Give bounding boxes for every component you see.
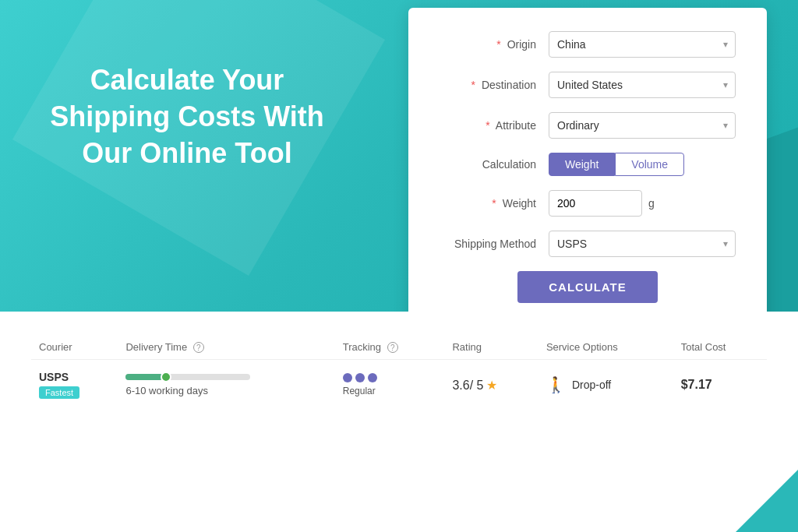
hero-title-line3: Our Online Tool [47, 136, 327, 172]
weight-input[interactable] [549, 190, 642, 217]
weight-input-wrapper: g [549, 190, 736, 217]
delivery-bar-fill [125, 374, 163, 380]
origin-select[interactable]: China [549, 31, 736, 58]
bottom-section: Courier Delivery Time ? Tracking ? Ratin… [0, 312, 798, 441]
calculate-button[interactable]: CALCULATE [517, 271, 658, 303]
col-tracking: Tracking ? [335, 335, 445, 360]
bottom-teal-corner [736, 470, 798, 532]
delivery-time-cell: 6-10 working days [118, 360, 334, 410]
shipping-method-label: Shipping Method [440, 238, 549, 250]
results-table: Courier Delivery Time ? Tracking ? Ratin… [31, 335, 767, 410]
table-row: USPS Fastest 6-10 working days [31, 360, 767, 410]
delivery-bar [125, 374, 250, 380]
top-section: Calculate Your Shipping Costs With Our O… [0, 0, 798, 312]
tracking-dot-1 [343, 373, 352, 382]
tracking-cell: Regular [335, 360, 445, 410]
origin-select-wrapper: China ▾ [549, 31, 736, 58]
attribute-select-wrapper: Ordinary ▾ [549, 112, 736, 139]
origin-row: * Origin China ▾ [440, 31, 736, 58]
weight-toggle-button[interactable]: Weight [549, 153, 615, 176]
delivery-time-text: 6-10 working days [125, 385, 327, 396]
tracking-label: Regular [343, 386, 437, 396]
weight-unit: g [648, 197, 655, 210]
col-rating: Rating [444, 335, 538, 360]
origin-label: * Origin [440, 38, 549, 51]
delivery-dot [161, 372, 171, 382]
courier-cell: USPS Fastest [31, 360, 118, 410]
tracking-help-icon[interactable]: ? [387, 342, 398, 353]
rating-cell: 3.6/ 5 ★ [444, 360, 538, 410]
calculation-toggle: Weight Volume [549, 153, 684, 176]
calculation-label: Calculation [440, 158, 549, 171]
service-type-label: Drop-off [572, 379, 611, 391]
shipping-method-select-wrapper: USPS ▾ [549, 231, 736, 257]
hero-text: Calculate Your Shipping Costs With Our O… [47, 62, 327, 171]
shipping-method-row: Shipping Method USPS ▾ [440, 231, 736, 257]
service-options: 🚶 Drop-off [546, 375, 666, 394]
destination-select-wrapper: United States ▾ [549, 72, 736, 98]
fastest-badge: Fastest [39, 386, 79, 399]
star-icon: ★ [486, 379, 497, 392]
tracking-dot-3 [368, 373, 377, 382]
total-cost-cell: $7.17 [673, 360, 767, 410]
calculator-card: * Origin China ▾ * Destination [408, 8, 767, 312]
tracking-dots [343, 373, 437, 382]
col-service-options: Service Options [538, 335, 673, 360]
weight-label: * Weight [440, 197, 549, 210]
total-cost-value: $7.17 [681, 378, 712, 391]
col-delivery-time: Delivery Time ? [118, 335, 334, 360]
hero-title-line2: Shipping Costs With [47, 99, 327, 136]
col-courier: Courier [31, 335, 118, 360]
hero-title-line1: Calculate Your [47, 62, 327, 99]
tracking-dot-2 [355, 373, 365, 382]
calculate-button-row: CALCULATE [440, 271, 736, 303]
volume-toggle-button[interactable]: Volume [615, 153, 684, 176]
shipping-method-select[interactable]: USPS [549, 231, 736, 257]
col-total-cost: Total Cost [673, 335, 767, 360]
calculation-row: Calculation Weight Volume [440, 153, 736, 176]
results-header-row: Courier Delivery Time ? Tracking ? Ratin… [31, 335, 767, 360]
attribute-select[interactable]: Ordinary [549, 112, 736, 139]
attribute-label: * Attribute [440, 119, 549, 132]
destination-row: * Destination United States ▾ [440, 72, 736, 98]
attribute-row: * Attribute Ordinary ▾ [440, 112, 736, 139]
destination-label: * Destination [440, 79, 549, 91]
delivery-time-help-icon[interactable]: ? [193, 342, 204, 353]
page-wrapper: Calculate Your Shipping Costs With Our O… [0, 0, 798, 532]
person-icon: 🚶 [546, 375, 566, 394]
destination-select[interactable]: United States [549, 72, 736, 98]
service-options-cell: 🚶 Drop-off [538, 360, 673, 410]
weight-row: * Weight g [440, 190, 736, 217]
courier-name: USPS [39, 371, 110, 383]
rating-text: 3.6/ 5 [452, 379, 483, 392]
